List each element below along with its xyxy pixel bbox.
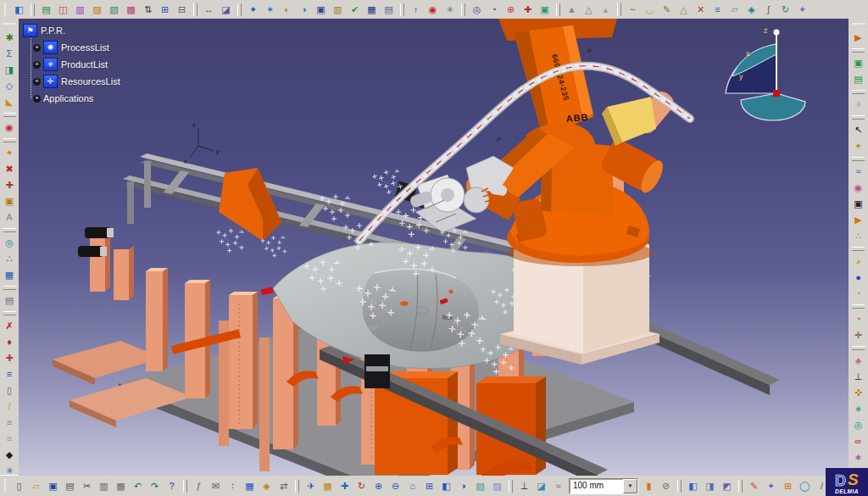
save-icon[interactable]: ▣ xyxy=(45,478,61,494)
applications-node-label[interactable]: Applications xyxy=(43,93,93,103)
arc-icon[interactable]: ◡ xyxy=(642,2,658,18)
validate-icon[interactable]: ✔ xyxy=(347,2,363,18)
product-structure-icon[interactable]: ▥ xyxy=(72,2,88,18)
zoom-in-icon[interactable]: ⊕ xyxy=(370,478,387,494)
smooth-curve-icon[interactable]: ✦ xyxy=(794,2,810,18)
stack-c-icon[interactable]: ◩ xyxy=(719,478,735,494)
view-modes-icon[interactable]: ▦ xyxy=(320,478,336,494)
gear-pair-icon[interactable]: ✳ xyxy=(442,2,458,18)
manikin-back-icon[interactable]: ▴ xyxy=(598,2,614,18)
help-icon[interactable]: ? xyxy=(164,478,180,494)
anchor-icon[interactable]: ✚ xyxy=(520,2,536,18)
combo-dropdown-button[interactable]: ▼ xyxy=(623,479,637,493)
process-table-icon[interactable]: ◫ xyxy=(55,2,71,18)
tree-node-productlist[interactable]: + ✳ ProductList xyxy=(33,56,120,73)
device-table-icon[interactable]: ▦ xyxy=(2,267,18,283)
machine-setup-icon[interactable]: ▤ xyxy=(850,71,866,87)
delete-task-icon[interactable]: ✗ xyxy=(2,318,18,334)
expand-resourceslist-button[interactable]: + xyxy=(33,78,41,86)
sequence-activities-icon[interactable]: ▩ xyxy=(123,2,139,18)
swap-view-icon[interactable]: ↑ xyxy=(408,2,424,18)
robot-home-pos-icon[interactable]: ▣ xyxy=(2,193,18,209)
resource-structure-icon[interactable]: ▨ xyxy=(89,2,105,18)
follow-path-icon[interactable]: ◑ xyxy=(296,2,312,18)
ball-joint-b-icon[interactable]: ● xyxy=(850,270,866,286)
pan-icon[interactable]: ✚ xyxy=(337,478,353,494)
absolute-scale-combobox[interactable]: 100 mm ▼ xyxy=(569,478,638,494)
productlist-node-label[interactable]: ProductList xyxy=(61,59,108,70)
target-frame-icon[interactable]: ⊕ xyxy=(503,2,519,18)
view-plane-icon[interactable]: ◪ xyxy=(533,478,549,494)
multi-view-icon[interactable]: ⊞ xyxy=(421,478,437,494)
robot-trace-icon[interactable]: ∴ xyxy=(850,228,866,244)
tree-node-processlist[interactable]: + ✺ ProcessList xyxy=(33,39,120,56)
render-style-a-icon[interactable]: ▧ xyxy=(472,478,488,494)
list-activities-icon[interactable]: ≡ xyxy=(2,415,18,431)
expand-processlist-button[interactable]: + xyxy=(33,44,41,52)
grid-snap-icon[interactable]: ⊞ xyxy=(780,478,796,494)
copy-icon[interactable]: ▥ xyxy=(96,478,112,494)
vision-check-icon[interactable]: ◔ xyxy=(486,2,502,18)
3d-viewport[interactable]: z x y xyxy=(19,19,849,476)
assign-item-icon[interactable]: ▧ xyxy=(106,2,122,18)
shading-cylinder-icon[interactable]: ◑ xyxy=(455,478,471,494)
simulate-jump-icon[interactable]: ✶ xyxy=(262,2,278,18)
exit-workbench-icon[interactable]: ▮ xyxy=(641,478,657,494)
toolbar-grip[interactable] xyxy=(3,23,16,27)
intersection-icon[interactable]: ✕ xyxy=(693,2,709,18)
gear-disabled-icon[interactable]: ✳ xyxy=(850,97,866,113)
structure-tree-icon[interactable]: ♣ xyxy=(850,353,866,369)
fly-through-icon[interactable]: ✈ xyxy=(303,478,319,494)
tree-node-applications[interactable]: + Applications xyxy=(33,90,120,107)
plane-tool-icon[interactable]: △ xyxy=(676,2,692,18)
3d-viewport-scene[interactable]: z x y xyxy=(19,19,849,476)
robot-jog-icon[interactable]: ▣ xyxy=(313,2,329,18)
camera-teal-icon[interactable]: ◎ xyxy=(850,417,866,433)
broken-link-icon[interactable]: ⊘ xyxy=(658,478,674,494)
section-icon[interactable]: ∫ xyxy=(760,2,776,18)
world-frame-icon[interactable]: ◯ xyxy=(797,478,813,494)
ball-joint-a-icon[interactable]: ◕ xyxy=(850,254,866,270)
toolbar-grip[interactable] xyxy=(852,23,865,27)
tag-group-b-icon[interactable]: ∗ xyxy=(850,449,866,465)
resourceslist-node-label[interactable]: ResourcesList xyxy=(61,76,120,86)
expand-applications-button[interactable]: + xyxy=(33,95,41,103)
processlist-node-icon[interactable]: ✺ xyxy=(43,41,58,54)
io-chain-icon[interactable]: ∞ xyxy=(850,433,866,449)
axis-triad-icon[interactable]: ⊥ xyxy=(516,478,532,494)
render-style-b-icon[interactable]: ▨ xyxy=(489,478,505,494)
pointer-dart-icon[interactable]: ▶ xyxy=(850,212,866,228)
robot-document-icon[interactable]: ▤ xyxy=(2,293,18,309)
layer-filter-icon[interactable]: ◇ xyxy=(2,78,18,94)
jog-mechanism-icon[interactable]: ✎ xyxy=(746,478,762,494)
measure-angle-icon[interactable]: / xyxy=(2,398,18,415)
paste-icon[interactable]: ▦ xyxy=(113,478,129,494)
collision-check-icon[interactable]: ▦ xyxy=(364,2,380,18)
machine-programming-icon[interactable]: ▣ xyxy=(850,55,866,71)
cut-icon[interactable]: ✂ xyxy=(79,478,95,494)
sketch-edit-icon[interactable]: ✎ xyxy=(659,2,675,18)
catalog-browser-icon[interactable]: ◨ xyxy=(2,62,18,78)
rotate-view-icon[interactable]: ↻ xyxy=(353,478,370,494)
pert-chart-icon[interactable]: ▤ xyxy=(38,2,54,18)
graduated-bg-icon[interactable]: ≈ xyxy=(550,478,566,494)
tools-maintenance-icon[interactable]: ✛ xyxy=(850,327,866,343)
tag-group-a-icon[interactable]: ∗ xyxy=(850,401,866,417)
open-file-icon[interactable]: ▱ xyxy=(28,478,44,494)
simulate-walk-icon[interactable]: ✦ xyxy=(245,2,261,18)
annotation-text-icon[interactable]: A xyxy=(2,209,18,226)
stack-b-icon[interactable]: ◨ xyxy=(702,478,718,494)
view-gear-icon[interactable]: ✱ xyxy=(2,30,18,46)
fill-color-icon[interactable]: ◆ xyxy=(2,447,18,463)
manikin-side-icon[interactable]: ▲ xyxy=(564,2,580,18)
workbench-icon[interactable]: ◧ xyxy=(11,2,27,18)
measure-between-icon[interactable]: ↔ xyxy=(201,2,217,18)
robot-pair-icon[interactable]: ♦ xyxy=(2,334,18,350)
formula-icon[interactable]: ƒ xyxy=(191,478,207,494)
zoom-out-icon[interactable]: ⊖ xyxy=(387,478,403,494)
hit-target-icon[interactable]: ◉ xyxy=(425,2,441,18)
extract-geometry-icon[interactable]: ◈ xyxy=(743,2,760,18)
fly-mode-icon[interactable]: ▶ xyxy=(850,30,866,46)
open-subtree-icon[interactable]: ⊞ xyxy=(157,2,173,18)
robot-run-icon[interactable]: ✦ xyxy=(850,138,866,154)
